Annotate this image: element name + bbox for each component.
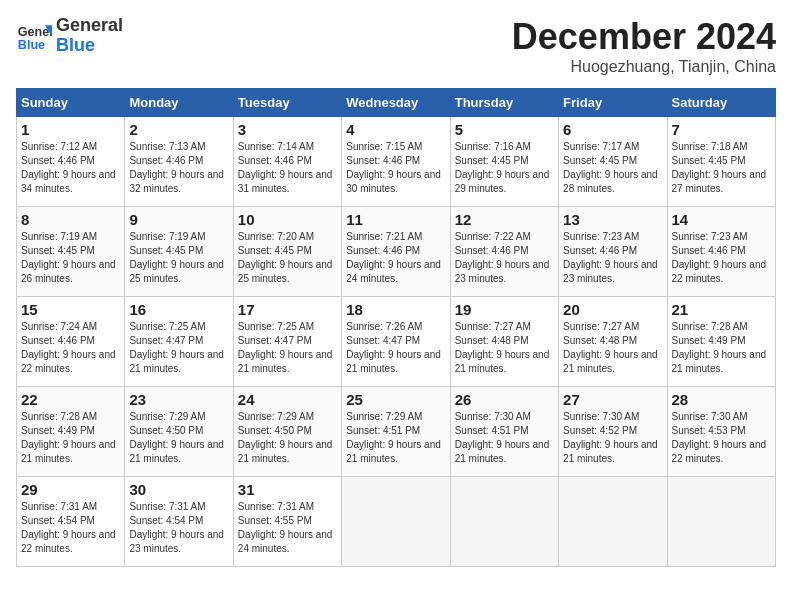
day-info: Sunrise: 7:18 AM Sunset: 4:45 PM Dayligh…	[672, 140, 771, 196]
header-tuesday: Tuesday	[233, 89, 341, 117]
day-info: Sunrise: 7:17 AM Sunset: 4:45 PM Dayligh…	[563, 140, 662, 196]
day-info: Sunrise: 7:27 AM Sunset: 4:48 PM Dayligh…	[455, 320, 554, 376]
calendar-cell: 3 Sunrise: 7:14 AM Sunset: 4:46 PM Dayli…	[233, 117, 341, 207]
day-number: 4	[346, 121, 445, 138]
day-info: Sunrise: 7:30 AM Sunset: 4:53 PM Dayligh…	[672, 410, 771, 466]
day-number: 30	[129, 481, 228, 498]
day-info: Sunrise: 7:23 AM Sunset: 4:46 PM Dayligh…	[563, 230, 662, 286]
calendar-cell: 15 Sunrise: 7:24 AM Sunset: 4:46 PM Dayl…	[17, 297, 125, 387]
calendar-cell: 25 Sunrise: 7:29 AM Sunset: 4:51 PM Dayl…	[342, 387, 450, 477]
calendar-cell: 26 Sunrise: 7:30 AM Sunset: 4:51 PM Dayl…	[450, 387, 558, 477]
calendar-cell: 6 Sunrise: 7:17 AM Sunset: 4:45 PM Dayli…	[559, 117, 667, 207]
day-info: Sunrise: 7:14 AM Sunset: 4:46 PM Dayligh…	[238, 140, 337, 196]
day-info: Sunrise: 7:21 AM Sunset: 4:46 PM Dayligh…	[346, 230, 445, 286]
day-info: Sunrise: 7:20 AM Sunset: 4:45 PM Dayligh…	[238, 230, 337, 286]
day-info: Sunrise: 7:23 AM Sunset: 4:46 PM Dayligh…	[672, 230, 771, 286]
day-number: 3	[238, 121, 337, 138]
day-info: Sunrise: 7:22 AM Sunset: 4:46 PM Dayligh…	[455, 230, 554, 286]
logo: General Blue General Blue	[16, 16, 123, 56]
day-info: Sunrise: 7:29 AM Sunset: 4:50 PM Dayligh…	[238, 410, 337, 466]
logo-icon: General Blue	[16, 18, 52, 54]
day-number: 18	[346, 301, 445, 318]
day-number: 1	[21, 121, 120, 138]
day-number: 7	[672, 121, 771, 138]
day-info: Sunrise: 7:13 AM Sunset: 4:46 PM Dayligh…	[129, 140, 228, 196]
day-number: 11	[346, 211, 445, 228]
day-info: Sunrise: 7:26 AM Sunset: 4:47 PM Dayligh…	[346, 320, 445, 376]
day-number: 5	[455, 121, 554, 138]
month-title: December 2024	[512, 16, 776, 58]
svg-text:Blue: Blue	[18, 37, 45, 51]
header-saturday: Saturday	[667, 89, 775, 117]
day-info: Sunrise: 7:16 AM Sunset: 4:45 PM Dayligh…	[455, 140, 554, 196]
day-info: Sunrise: 7:27 AM Sunset: 4:48 PM Dayligh…	[563, 320, 662, 376]
calendar-cell	[667, 477, 775, 567]
week-row-2: 8 Sunrise: 7:19 AM Sunset: 4:45 PM Dayli…	[17, 207, 776, 297]
calendar-cell: 1 Sunrise: 7:12 AM Sunset: 4:46 PM Dayli…	[17, 117, 125, 207]
calendar-table: SundayMondayTuesdayWednesdayThursdayFrid…	[16, 88, 776, 567]
day-number: 8	[21, 211, 120, 228]
day-info: Sunrise: 7:30 AM Sunset: 4:51 PM Dayligh…	[455, 410, 554, 466]
day-info: Sunrise: 7:31 AM Sunset: 4:54 PM Dayligh…	[21, 500, 120, 556]
calendar-cell: 19 Sunrise: 7:27 AM Sunset: 4:48 PM Dayl…	[450, 297, 558, 387]
day-number: 14	[672, 211, 771, 228]
day-number: 27	[563, 391, 662, 408]
calendar-cell: 9 Sunrise: 7:19 AM Sunset: 4:45 PM Dayli…	[125, 207, 233, 297]
day-number: 6	[563, 121, 662, 138]
calendar-cell: 24 Sunrise: 7:29 AM Sunset: 4:50 PM Dayl…	[233, 387, 341, 477]
location-title: Huogezhuang, Tianjin, China	[512, 58, 776, 76]
calendar-cell: 27 Sunrise: 7:30 AM Sunset: 4:52 PM Dayl…	[559, 387, 667, 477]
day-number: 13	[563, 211, 662, 228]
calendar-cell	[559, 477, 667, 567]
calendar-cell: 8 Sunrise: 7:19 AM Sunset: 4:45 PM Dayli…	[17, 207, 125, 297]
day-number: 25	[346, 391, 445, 408]
calendar-header-row: SundayMondayTuesdayWednesdayThursdayFrid…	[17, 89, 776, 117]
day-number: 29	[21, 481, 120, 498]
day-number: 23	[129, 391, 228, 408]
day-number: 9	[129, 211, 228, 228]
week-row-1: 1 Sunrise: 7:12 AM Sunset: 4:46 PM Dayli…	[17, 117, 776, 207]
calendar-cell	[342, 477, 450, 567]
day-info: Sunrise: 7:29 AM Sunset: 4:50 PM Dayligh…	[129, 410, 228, 466]
header-wednesday: Wednesday	[342, 89, 450, 117]
calendar-cell: 16 Sunrise: 7:25 AM Sunset: 4:47 PM Dayl…	[125, 297, 233, 387]
day-info: Sunrise: 7:24 AM Sunset: 4:46 PM Dayligh…	[21, 320, 120, 376]
week-row-3: 15 Sunrise: 7:24 AM Sunset: 4:46 PM Dayl…	[17, 297, 776, 387]
day-number: 22	[21, 391, 120, 408]
header-monday: Monday	[125, 89, 233, 117]
day-info: Sunrise: 7:19 AM Sunset: 4:45 PM Dayligh…	[21, 230, 120, 286]
day-number: 21	[672, 301, 771, 318]
calendar-cell: 23 Sunrise: 7:29 AM Sunset: 4:50 PM Dayl…	[125, 387, 233, 477]
day-info: Sunrise: 7:25 AM Sunset: 4:47 PM Dayligh…	[238, 320, 337, 376]
day-info: Sunrise: 7:28 AM Sunset: 4:49 PM Dayligh…	[21, 410, 120, 466]
day-number: 19	[455, 301, 554, 318]
day-info: Sunrise: 7:15 AM Sunset: 4:46 PM Dayligh…	[346, 140, 445, 196]
calendar-cell	[450, 477, 558, 567]
calendar-cell: 4 Sunrise: 7:15 AM Sunset: 4:46 PM Dayli…	[342, 117, 450, 207]
header-friday: Friday	[559, 89, 667, 117]
day-info: Sunrise: 7:19 AM Sunset: 4:45 PM Dayligh…	[129, 230, 228, 286]
day-info: Sunrise: 7:31 AM Sunset: 4:55 PM Dayligh…	[238, 500, 337, 556]
calendar-cell: 14 Sunrise: 7:23 AM Sunset: 4:46 PM Dayl…	[667, 207, 775, 297]
calendar-cell: 12 Sunrise: 7:22 AM Sunset: 4:46 PM Dayl…	[450, 207, 558, 297]
calendar-cell: 5 Sunrise: 7:16 AM Sunset: 4:45 PM Dayli…	[450, 117, 558, 207]
day-info: Sunrise: 7:31 AM Sunset: 4:54 PM Dayligh…	[129, 500, 228, 556]
day-info: Sunrise: 7:25 AM Sunset: 4:47 PM Dayligh…	[129, 320, 228, 376]
day-info: Sunrise: 7:30 AM Sunset: 4:52 PM Dayligh…	[563, 410, 662, 466]
week-row-4: 22 Sunrise: 7:28 AM Sunset: 4:49 PM Dayl…	[17, 387, 776, 477]
page-header: General Blue General Blue December 2024 …	[16, 16, 776, 76]
day-number: 20	[563, 301, 662, 318]
calendar-cell: 22 Sunrise: 7:28 AM Sunset: 4:49 PM Dayl…	[17, 387, 125, 477]
calendar-cell: 11 Sunrise: 7:21 AM Sunset: 4:46 PM Dayl…	[342, 207, 450, 297]
day-number: 31	[238, 481, 337, 498]
logo-text: General Blue	[56, 16, 123, 56]
calendar-cell: 17 Sunrise: 7:25 AM Sunset: 4:47 PM Dayl…	[233, 297, 341, 387]
day-info: Sunrise: 7:28 AM Sunset: 4:49 PM Dayligh…	[672, 320, 771, 376]
day-number: 12	[455, 211, 554, 228]
calendar-cell: 30 Sunrise: 7:31 AM Sunset: 4:54 PM Dayl…	[125, 477, 233, 567]
day-number: 16	[129, 301, 228, 318]
calendar-cell: 29 Sunrise: 7:31 AM Sunset: 4:54 PM Dayl…	[17, 477, 125, 567]
calendar-cell: 20 Sunrise: 7:27 AM Sunset: 4:48 PM Dayl…	[559, 297, 667, 387]
day-number: 24	[238, 391, 337, 408]
calendar-cell: 21 Sunrise: 7:28 AM Sunset: 4:49 PM Dayl…	[667, 297, 775, 387]
